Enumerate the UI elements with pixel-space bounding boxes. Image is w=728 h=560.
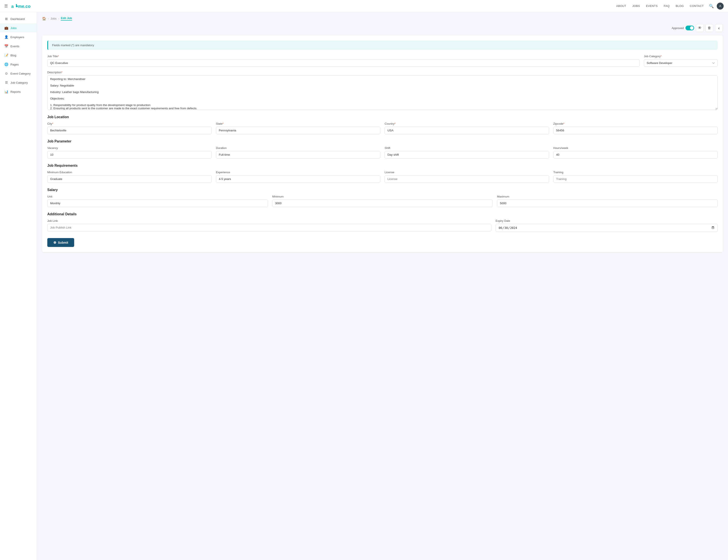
location-row: City* State* Country* — [47, 122, 718, 134]
salary-min-input[interactable] — [272, 200, 493, 207]
description-group: Description* Reporting to: Merchandiser … — [47, 71, 718, 110]
salary-min-group: Minimum — [272, 195, 493, 207]
delete-icon: 🗑 — [708, 26, 711, 30]
zipcode-group: Zipcode* — [553, 122, 718, 134]
sidebar-item-job-category[interactable]: ☰ Job Category — [0, 78, 37, 87]
main-content: 🏠 › Jobs › Edit Job Approved 👁 🗑 ‹ — [37, 12, 728, 560]
reports-icon: 📊 — [4, 90, 8, 94]
search-icon[interactable]: 🔍 — [709, 4, 714, 8]
job-link-input[interactable] — [47, 224, 491, 231]
country-group: Country* — [385, 122, 549, 134]
expiry-date-label: Expiry Date — [496, 219, 718, 223]
job-title-label: Job Title* — [47, 55, 639, 58]
breadcrumb-jobs[interactable]: Jobs — [51, 17, 56, 20]
job-link-label: Job Link — [47, 219, 491, 223]
nav-events[interactable]: EVENTS — [646, 4, 658, 8]
mandatory-notice: Fields marked (*) are mandatory — [47, 41, 718, 50]
requirements-heading: Job Requirements — [47, 164, 718, 168]
training-input[interactable] — [553, 175, 718, 183]
additional-heading: Additional Details — [47, 212, 718, 216]
breadcrumb-home[interactable]: 🏠 — [42, 17, 46, 21]
vacancy-label: Vacancy — [47, 146, 212, 150]
hours-input[interactable] — [553, 151, 718, 159]
view-button[interactable]: 👁 — [696, 24, 704, 32]
svg-text:a: a — [11, 4, 14, 9]
nav-faq[interactable]: FAQ — [664, 4, 670, 8]
state-input[interactable] — [216, 127, 380, 134]
unit-input[interactable] — [47, 200, 268, 207]
jobs-icon: 💼 — [4, 26, 8, 30]
view-icon: 👁 — [698, 26, 702, 30]
svg-point-3 — [16, 4, 17, 5]
salary-row: Unit Minimum Maximum — [47, 195, 718, 207]
shift-group: Shift — [385, 146, 549, 159]
experience-input[interactable] — [216, 175, 380, 183]
vacancy-group: Vacancy — [47, 146, 212, 159]
license-input[interactable] — [385, 175, 549, 183]
job-category-icon: ☰ — [4, 81, 8, 85]
salary-max-input[interactable] — [497, 200, 718, 207]
job-category-select[interactable]: Software Developer Marketing Design Engi… — [644, 59, 718, 67]
delete-button[interactable]: 🗑 — [705, 24, 713, 32]
hamburger-icon[interactable]: ☰ — [4, 4, 8, 8]
job-title-input[interactable] — [47, 59, 639, 67]
duration-input[interactable] — [216, 151, 380, 159]
nav-icons: 🔍 A — [709, 3, 724, 10]
sidebar-item-reports[interactable]: 📊 Reports — [0, 87, 37, 96]
expiry-date-group: Expiry Date — [496, 219, 718, 232]
requirements-row: Minimum Education Experience License Tra… — [47, 171, 718, 183]
training-label: Training — [553, 171, 718, 174]
nav-blog[interactable]: BLOG — [676, 4, 684, 8]
job-link-group: Job Link — [47, 219, 491, 232]
country-label: Country* — [385, 122, 549, 125]
unit-group: Unit — [47, 195, 268, 207]
salary-max-label: Maximum — [497, 195, 718, 198]
description-label: Description* — [47, 71, 718, 74]
vacancy-input[interactable] — [47, 151, 212, 159]
blog-icon: 📝 — [4, 53, 8, 57]
country-input[interactable] — [385, 127, 549, 134]
license-label: License — [385, 171, 549, 174]
submit-icon: ⊕ — [53, 241, 56, 245]
sidebar-item-dashboard[interactable]: ⊞ Dashboard — [0, 14, 37, 23]
svg-text:me.co: me.co — [18, 4, 31, 9]
dashboard-icon: ⊞ — [4, 17, 8, 21]
approved-toggle[interactable] — [685, 26, 694, 30]
education-group: Minimum Education — [47, 171, 212, 183]
toolbar: Approved 👁 🗑 ‹ — [42, 24, 723, 32]
nav-jobs[interactable]: JOBS — [632, 4, 640, 8]
description-textarea[interactable]: Reporting to: Merchandiser Salary: Negot… — [47, 75, 718, 110]
nav-contact[interactable]: CONTACT — [690, 4, 704, 8]
salary-max-group: Maximum — [497, 195, 718, 207]
back-icon: ‹ — [718, 26, 720, 31]
submit-button[interactable]: ⊕ Submit — [47, 238, 74, 247]
education-input[interactable] — [47, 175, 212, 183]
parameter-row: Vacancy Duration Shift Hours/week — [47, 146, 718, 159]
nav-about[interactable]: ABOUT — [616, 4, 626, 8]
shift-label: Shift — [385, 146, 549, 150]
location-heading: Job Location — [47, 115, 718, 119]
duration-label: Duration — [216, 146, 380, 150]
education-label: Minimum Education — [47, 171, 212, 174]
sidebar-item-employers[interactable]: 👤 Employers — [0, 33, 37, 42]
sidebar-item-event-category[interactable]: ⊙ Event Category — [0, 69, 37, 78]
expiry-date-input[interactable] — [496, 224, 718, 232]
nav-links: ABOUT JOBS EVENTS FAQ BLOG CONTACT — [616, 4, 704, 8]
sidebar-item-events[interactable]: 📅 Events — [0, 42, 37, 51]
employers-icon: 👤 — [4, 35, 8, 39]
top-nav: ☰ a me.co ABOUT JOBS EVENTS FAQ BLOG CON… — [0, 0, 728, 12]
svg-point-1 — [16, 5, 18, 7]
avatar[interactable]: A — [717, 3, 724, 10]
title-category-row: Job Title* Job Category* Software Develo… — [47, 55, 718, 67]
sidebar-item-pages[interactable]: 🌐 Pages — [0, 60, 37, 69]
back-button[interactable]: ‹ — [715, 24, 723, 32]
sidebar-item-jobs[interactable]: 💼 Jobs — [0, 23, 37, 33]
site-logo[interactable]: a me.co — [11, 3, 33, 10]
zipcode-input[interactable] — [553, 127, 718, 134]
license-group: License — [385, 171, 549, 183]
shift-input[interactable] — [385, 151, 549, 159]
parameter-heading: Job Parameter — [47, 139, 718, 143]
sidebar-item-blog[interactable]: 📝 Blog — [0, 51, 37, 60]
city-input[interactable] — [47, 127, 212, 134]
event-category-icon: ⊙ — [4, 72, 8, 75]
